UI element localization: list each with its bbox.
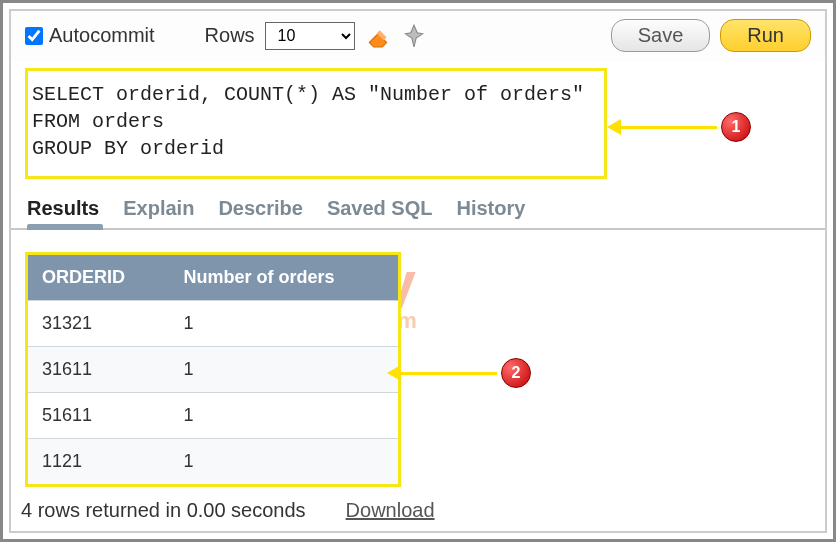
arrow-icon: [401, 372, 497, 375]
eraser-icon[interactable]: [365, 23, 391, 49]
results-table: ORDERID Number of orders 31321 1 31611 1…: [28, 255, 398, 484]
table-row: 31611 1: [28, 347, 398, 393]
callout-2: 2: [401, 358, 531, 388]
callout-bubble-2: 2: [501, 358, 531, 388]
col-orderid: ORDERID: [28, 255, 170, 301]
cell-orderid: 31611: [28, 347, 170, 393]
cell-orderid: 31321: [28, 301, 170, 347]
tab-history[interactable]: History: [457, 197, 526, 220]
autocommit-checkbox[interactable]: [25, 27, 43, 45]
rows-label: Rows: [205, 24, 255, 47]
rows-select[interactable]: 10: [265, 22, 355, 50]
table-row: 1121 1: [28, 439, 398, 485]
cell-orderid: 51611: [28, 393, 170, 439]
cell-count: 1: [170, 393, 398, 439]
tab-describe[interactable]: Describe: [218, 197, 303, 220]
tab-explain[interactable]: Explain: [123, 197, 194, 220]
autocommit-label: Autocommit: [49, 24, 155, 47]
callout-1: 1: [621, 112, 751, 142]
autocommit-toggle[interactable]: Autocommit: [25, 24, 155, 47]
results-box: ORDERID Number of orders 31321 1 31611 1…: [25, 252, 401, 487]
save-button[interactable]: Save: [611, 19, 711, 52]
status-text: 4 rows returned in 0.00 seconds: [21, 499, 306, 522]
tabs: Results Explain Describe Saved SQL Histo…: [11, 191, 825, 230]
col-number-of-orders: Number of orders: [170, 255, 398, 301]
arrow-icon: [621, 126, 717, 129]
results-area: ORDERID Number of orders 31321 1 31611 1…: [11, 230, 825, 495]
cell-count: 1: [170, 439, 398, 485]
tab-saved-sql[interactable]: Saved SQL: [327, 197, 433, 220]
download-link[interactable]: Download: [346, 499, 435, 522]
pin-icon[interactable]: [401, 23, 427, 49]
callout-bubble-1: 1: [721, 112, 751, 142]
run-button[interactable]: Run: [720, 19, 811, 52]
sql-editor[interactable]: SELECT orderid, COUNT(*) AS "Number of o…: [25, 68, 607, 179]
cell-count: 1: [170, 347, 398, 393]
table-row: 31321 1: [28, 301, 398, 347]
cell-orderid: 1121: [28, 439, 170, 485]
tab-results[interactable]: Results: [27, 197, 99, 220]
table-row: 51611 1: [28, 393, 398, 439]
status-bar: 4 rows returned in 0.00 seconds Download: [11, 495, 825, 530]
toolbar: Autocommit Rows 10 Save Run: [11, 11, 825, 62]
cell-count: 1: [170, 301, 398, 347]
